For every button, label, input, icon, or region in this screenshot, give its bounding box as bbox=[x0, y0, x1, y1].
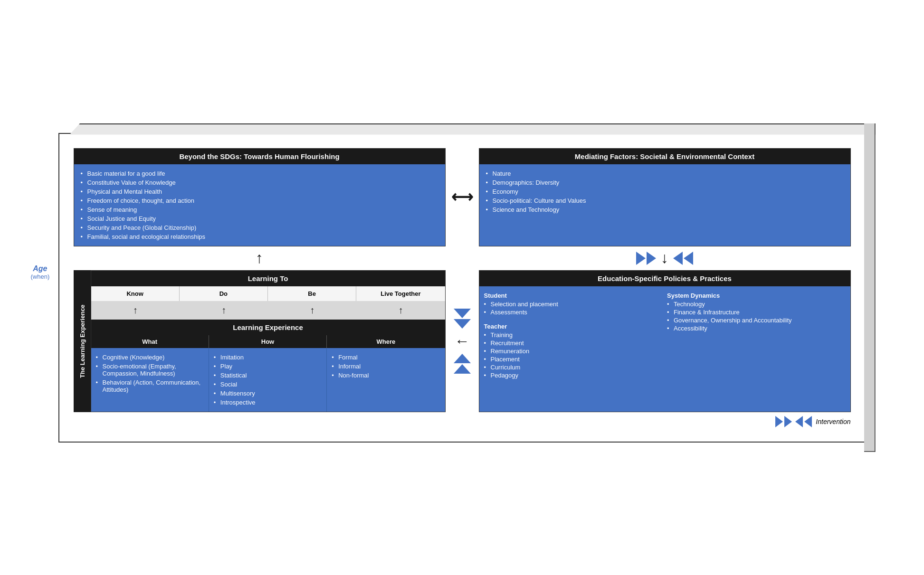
learning-to-header: Learning To bbox=[91, 271, 445, 286]
learning-experience-header: Learning Experience bbox=[91, 320, 445, 335]
student-item: Selection and placement bbox=[484, 300, 663, 308]
system-item: Technology bbox=[667, 300, 846, 308]
how-body: Imitation Play Statistical Social Multis… bbox=[209, 348, 327, 412]
how-header: How bbox=[209, 335, 327, 348]
esp-left-col: Student Selection and placement Assessme… bbox=[484, 291, 663, 407]
teacher-item: Pedagogy bbox=[484, 371, 663, 379]
student-label: Student bbox=[484, 291, 663, 300]
list-item: Security and Peace (Global Citizenship) bbox=[81, 223, 438, 232]
how-item: Statistical bbox=[214, 371, 322, 380]
arrow-know: ↑ bbox=[91, 305, 180, 316]
teacher-item: Placement bbox=[484, 355, 663, 363]
what-body: Cognitive (Knowledge) Socio-emotional (E… bbox=[91, 348, 209, 412]
list-item: Familial, social and ecological relation… bbox=[81, 232, 438, 241]
how-item: Imitation bbox=[214, 353, 322, 362]
list-item: Social Justice and Equity bbox=[81, 214, 438, 223]
what-item: Cognitive (Knowledge) bbox=[96, 353, 204, 362]
list-item: Freedom of choice, thought, and action bbox=[81, 196, 438, 205]
vertical-learning-label: The Learning Experience bbox=[74, 270, 91, 412]
where-item: Formal bbox=[332, 353, 440, 362]
teacher-item: Remuneration bbox=[484, 347, 663, 355]
top-left-panel: Beyond the SDGs: Towards Human Flourishi… bbox=[74, 148, 446, 246]
down-arrow-right: ↓ bbox=[661, 249, 668, 267]
list-item: Basic material for a good life bbox=[81, 169, 438, 178]
top-left-list: Basic material for a good life Constitut… bbox=[81, 169, 438, 241]
how-item: Introspective bbox=[214, 398, 322, 407]
intervention-chevrons bbox=[775, 416, 812, 427]
know-col: Know bbox=[91, 286, 180, 301]
list-item: Sense of meaning bbox=[81, 205, 438, 214]
be-col: Be bbox=[268, 286, 356, 301]
top-right-panel: Mediating Factors: Societal & Environmen… bbox=[479, 148, 851, 246]
top-right-list: Nature Demographics: Diversity Economy S… bbox=[486, 169, 844, 214]
system-item: Governance, Ownership and Accountability bbox=[667, 316, 846, 324]
where-body: Formal Informal Non-formal bbox=[327, 348, 445, 412]
arrow-do: ↑ bbox=[180, 305, 268, 316]
arrow-be: ↑ bbox=[268, 305, 356, 316]
up-arrow-left: ↑ bbox=[256, 249, 263, 267]
esp-right-col: System Dynamics Technology Finance & Inf… bbox=[667, 291, 846, 407]
top-left-header: Beyond the SDGs: Towards Human Flourishi… bbox=[74, 149, 445, 164]
teacher-label: Teacher bbox=[484, 322, 663, 331]
how-item: Play bbox=[214, 362, 322, 371]
bottom-center-chevrons-down bbox=[454, 309, 471, 329]
blue-chevron-right bbox=[636, 252, 656, 265]
how-item: Multisensory bbox=[214, 389, 322, 398]
intervention-label: Intervention bbox=[816, 418, 850, 425]
student-item: Assessments bbox=[484, 308, 663, 316]
bottom-center-chevrons-up bbox=[454, 354, 471, 374]
system-item: Accessibility bbox=[667, 324, 846, 332]
bottom-right-panel: Education-Specific Policies & Practices … bbox=[479, 270, 851, 412]
how-item: Social bbox=[214, 380, 322, 389]
what-item: Behavioral (Action, Communication, Attit… bbox=[96, 378, 204, 394]
top-right-header: Mediating Factors: Societal & Environmen… bbox=[479, 149, 850, 164]
do-col: Do bbox=[180, 286, 268, 301]
system-label: System Dynamics bbox=[667, 291, 846, 300]
bottom-right-header: Education-Specific Policies & Practices bbox=[479, 271, 850, 286]
arrow-live: ↑ bbox=[356, 305, 445, 316]
list-item: Demographics: Diversity bbox=[486, 178, 844, 187]
list-item: Economy bbox=[486, 187, 844, 196]
blue-chevron-left bbox=[673, 252, 693, 265]
what-header: What bbox=[91, 335, 209, 348]
age-label: Age bbox=[31, 264, 50, 273]
left-arrow-connector: ← bbox=[455, 332, 470, 350]
horizontal-double-arrow: ⟷ bbox=[451, 188, 473, 206]
teacher-item: Curriculum bbox=[484, 363, 663, 371]
where-header: Where bbox=[327, 335, 445, 348]
list-item: Physical and Mental Health bbox=[81, 187, 438, 196]
list-item: Nature bbox=[486, 169, 844, 178]
system-item: Finance & Infrastructure bbox=[667, 308, 846, 316]
live-together-col: Live Together bbox=[356, 286, 445, 301]
where-item: Non-formal bbox=[332, 371, 440, 380]
teacher-item: Training bbox=[484, 331, 663, 339]
what-item: Socio-emotional (Empathy, Compassion, Mi… bbox=[96, 362, 204, 378]
list-item: Science and Technology bbox=[486, 205, 844, 214]
list-item: Constitutive Value of Knowledge bbox=[81, 178, 438, 187]
age-when-label: (when) bbox=[31, 273, 50, 280]
where-item: Informal bbox=[332, 362, 440, 371]
teacher-item: Recruitment bbox=[484, 339, 663, 347]
list-item: Socio-political: Culture and Values bbox=[486, 196, 844, 205]
